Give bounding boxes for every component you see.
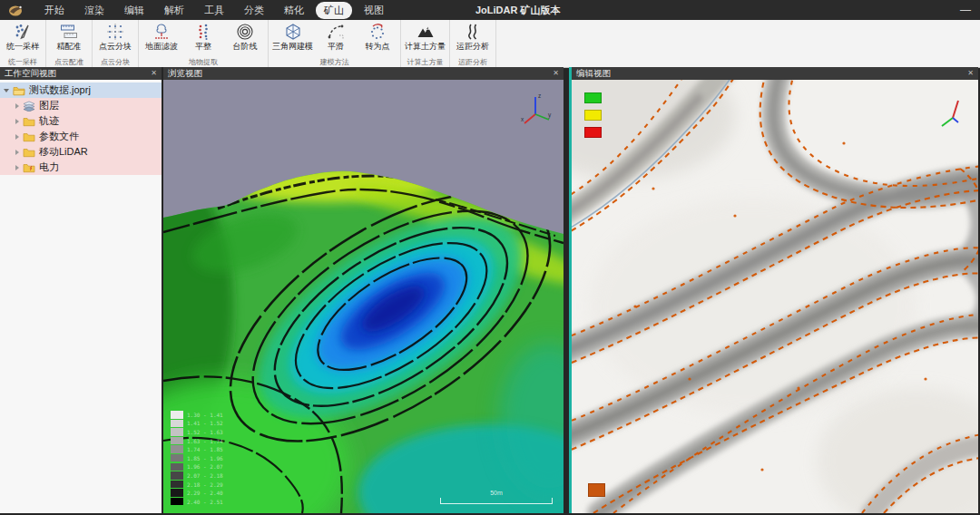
convert-to-points-button[interactable]: 转为点 <box>357 21 398 51</box>
open-folder-icon <box>13 85 25 96</box>
caret-right-icon[interactable] <box>15 150 19 155</box>
flatten-button[interactable]: 平整 <box>182 21 224 51</box>
tree-item-label: 轨迹 <box>39 114 59 128</box>
ribbon-group-feature-extraction: 地面滤波 平整 台阶线 地物提取 <box>139 20 269 67</box>
edit-view-header: 编辑视图 ✕ <box>572 67 978 80</box>
haul-distance-button[interactable]: 运距分析 <box>452 21 494 51</box>
tree-item-project[interactable]: 测试数据.joprj <box>0 83 162 98</box>
earthwork-volume-button[interactable]: 计算土方量 <box>403 21 447 51</box>
ground-filter-icon <box>152 23 171 41</box>
tab-classify[interactable]: 分类 <box>236 2 272 19</box>
tree-item-layers[interactable]: 图层 <box>0 98 162 113</box>
tree-item-parameter-files[interactable]: 参数文件 <box>0 129 162 144</box>
legend-row: 2.18 - 2.29 <box>171 480 223 489</box>
legend-swatch <box>171 498 183 506</box>
menu-tabs: 开始 渲染 编辑 解析 工具 分类 精化 矿山 视图 <box>36 2 392 19</box>
tab-view[interactable]: 视图 <box>356 2 392 19</box>
legend-swatch <box>171 428 183 436</box>
button-label: 计算土方量 <box>405 42 446 51</box>
group-label: 建模方法 <box>270 57 398 67</box>
tab-start[interactable]: 开始 <box>36 2 73 19</box>
legend-swatch <box>171 445 183 453</box>
tab-render[interactable]: 渲染 <box>76 2 113 19</box>
legend-swatch <box>171 437 183 445</box>
legend-swatch <box>171 463 183 471</box>
group-label: 点云配准 <box>48 57 90 67</box>
elevation-legend: 1.30 - 1.41 1.41 - 1.52 1.52 - 1.63 1.63… <box>171 410 223 506</box>
button-label: 统一采样 <box>6 42 39 51</box>
tab-refine[interactable]: 精化 <box>276 2 312 19</box>
svg-text:y: y <box>548 112 552 119</box>
button-label: 平整 <box>195 42 211 51</box>
tree-item-label: 电力 <box>39 160 59 174</box>
fine-registration-icon <box>60 23 78 41</box>
caret-right-icon[interactable] <box>15 103 19 109</box>
button-label: 台阶线 <box>233 42 258 51</box>
close-icon[interactable]: ✕ <box>553 67 559 80</box>
button-label: 点云分块 <box>99 42 132 51</box>
group-label: 地物提取 <box>141 57 266 67</box>
fine-registration-button[interactable]: 精配准 <box>48 21 90 51</box>
edit-viewport[interactable] <box>572 80 978 513</box>
tab-tools[interactable]: 工具 <box>196 2 232 19</box>
legend-row: 1.52 - 1.63 <box>171 428 223 437</box>
titlebar: 开始 渲染 编辑 解析 工具 分类 精化 矿山 视图 JoLiDAR 矿山版本 … <box>0 0 980 20</box>
legend-swatch-yellow <box>584 110 602 121</box>
legend-swatch <box>171 411 183 419</box>
ground-filter-button[interactable]: 地面滤波 <box>141 21 182 51</box>
close-icon[interactable]: ✕ <box>151 67 157 80</box>
axis-gizmo-icon: z x y <box>520 91 553 127</box>
point-cloud-tiling-button[interactable]: 点云分块 <box>94 21 136 51</box>
window-title: JoLiDAR 矿山版本 <box>475 0 561 20</box>
flatten-icon <box>194 23 212 41</box>
uniform-sampling-button[interactable]: 统一采样 <box>2 21 44 51</box>
legend-row: 1.30 - 1.41 <box>171 410 223 419</box>
tab-analyze[interactable]: 解析 <box>156 2 192 19</box>
earthwork-volume-icon <box>416 23 435 41</box>
layers-icon <box>23 101 35 112</box>
hillshade-map <box>572 80 978 513</box>
group-label: 统一采样 <box>2 57 44 67</box>
tin-modeling-button[interactable]: 三角网建模 <box>270 21 315 51</box>
group-label: 计算土方量 <box>403 57 447 67</box>
caret-right-icon[interactable] <box>15 134 19 140</box>
svg-text:x: x <box>521 116 524 122</box>
app-logo[interactable] <box>7 4 25 17</box>
button-label: 运距分析 <box>456 42 489 51</box>
smooth-button[interactable]: 平滑 <box>315 21 357 51</box>
group-label: 点云分块 <box>94 57 136 67</box>
minimize-button[interactable]: — <box>956 0 975 20</box>
browse-view-panel: 浏览视图 ✕ <box>163 67 564 513</box>
tree-item-trajectory[interactable]: 轨迹 <box>0 113 162 129</box>
tab-edit[interactable]: 编辑 <box>116 2 152 19</box>
tree-item-label: 移动LiDAR <box>39 145 88 159</box>
legend-row: 2.07 - 2.18 <box>171 471 223 481</box>
close-icon[interactable]: ✕ <box>967 67 974 80</box>
axis-gizmo-icon <box>940 98 967 129</box>
convert-to-points-icon <box>368 23 387 41</box>
haul-distance-icon <box>464 23 482 41</box>
folder-icon <box>23 162 35 173</box>
legend-row: 1.41 - 1.52 <box>171 419 223 428</box>
tree-item-power[interactable]: 电力 <box>0 160 162 175</box>
uniform-sampling-icon <box>14 23 32 41</box>
scale-bar-line <box>440 498 553 504</box>
browse-view-header: 浏览视图 ✕ <box>163 67 564 80</box>
smooth-icon <box>327 23 345 41</box>
bench-line-button[interactable]: 台阶线 <box>224 21 266 51</box>
caret-right-icon[interactable] <box>15 165 19 170</box>
bench-line-icon <box>236 23 254 41</box>
legend-swatch <box>171 454 183 462</box>
button-label: 三角网建模 <box>272 42 313 51</box>
caret-down-icon[interactable] <box>4 89 9 92</box>
browse-viewport[interactable]: z x y 1.30 - 1.41 1.41 - 1.52 1.52 - 1.6… <box>163 80 564 513</box>
edit-view-panel: 编辑视图 ✕ <box>569 67 978 513</box>
ribbon-group-earthwork: 计算土方量 计算土方量 <box>401 20 450 67</box>
tab-mine[interactable]: 矿山 <box>316 2 352 19</box>
caret-right-icon[interactable] <box>15 119 19 124</box>
browse-view-title: 浏览视图 <box>168 67 202 80</box>
selection-marker[interactable] <box>588 483 605 497</box>
legend-row: 2.40 - 2.51 <box>171 497 223 506</box>
tree-item-mobile-lidar[interactable]: 移动LiDAR <box>0 144 162 160</box>
workspace-panel: 工作空间视图 ✕ 测试数据.joprj 图层 轨迹 <box>0 67 162 513</box>
